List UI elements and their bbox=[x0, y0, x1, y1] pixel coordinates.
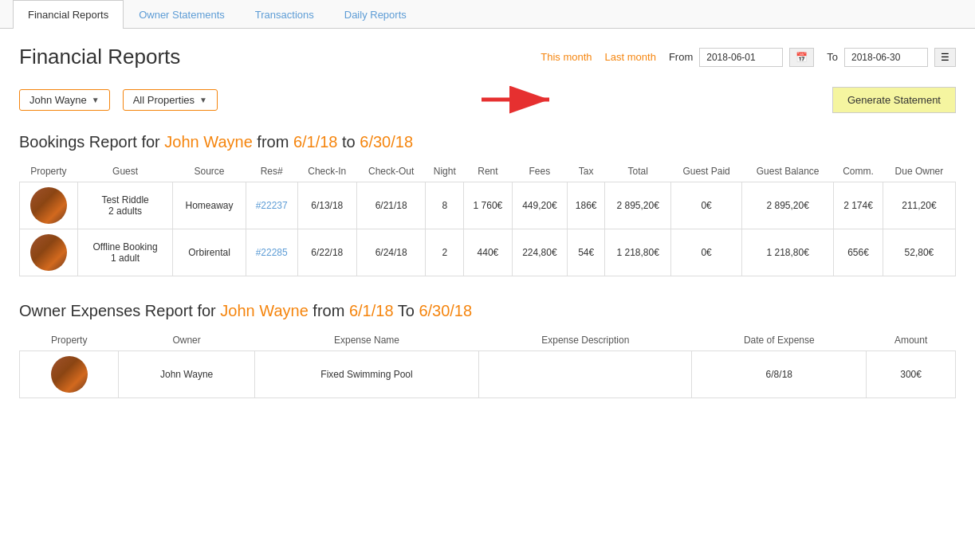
cell-night: 8 bbox=[426, 182, 464, 229]
header-row: Financial Reports This month Last month … bbox=[19, 45, 956, 69]
col-night: Night bbox=[426, 161, 464, 182]
res-link[interactable]: #22237 bbox=[256, 200, 288, 211]
col-checkin: Check-In bbox=[297, 161, 356, 182]
col-guest: Guest bbox=[77, 161, 172, 182]
cell-fees: 224,80€ bbox=[512, 229, 567, 276]
cell-rent: 440€ bbox=[464, 229, 513, 276]
arrow-svg bbox=[482, 85, 561, 114]
cell-fees: 449,20€ bbox=[512, 182, 567, 229]
cell-source: Orbirental bbox=[173, 229, 246, 276]
cell-res: #22237 bbox=[246, 182, 297, 229]
cell-owner: John Wayne bbox=[119, 351, 254, 398]
cell-tax: 186€ bbox=[568, 182, 605, 229]
col-guest-balance: Guest Balance bbox=[742, 161, 834, 182]
expenses-table-header: Property Owner Expense Name Expense Desc… bbox=[20, 330, 956, 351]
expenses-table: Property Owner Expense Name Expense Desc… bbox=[19, 330, 956, 398]
to-date-group: To ☰ bbox=[827, 48, 956, 67]
cell-due-owner: 52,80€ bbox=[883, 229, 955, 276]
date-filter-group: This month Last month From 📅 To ☰ bbox=[541, 48, 956, 67]
col-tax: Tax bbox=[568, 161, 605, 182]
col-amount: Amount bbox=[867, 330, 956, 351]
cell-comm: 2 174€ bbox=[834, 182, 883, 229]
cell-checkout: 6/24/18 bbox=[356, 229, 426, 276]
cell-expense-name: Fixed Swimming Pool bbox=[254, 351, 478, 398]
cell-guest-paid: 0€ bbox=[670, 229, 741, 276]
cell-property bbox=[20, 351, 119, 398]
cell-total: 1 218,80€ bbox=[605, 229, 671, 276]
cell-amount: 300€ bbox=[867, 351, 956, 398]
cell-source: Homeaway bbox=[173, 182, 246, 229]
to-label: To bbox=[827, 51, 838, 63]
from-calendar-icon[interactable]: 📅 bbox=[789, 48, 814, 67]
this-month-link[interactable]: This month bbox=[541, 51, 592, 63]
col-source: Source bbox=[173, 161, 246, 182]
arrow-indicator bbox=[482, 85, 561, 114]
col-guest-paid: Guest Paid bbox=[670, 161, 741, 182]
to-date-input[interactable] bbox=[844, 48, 928, 67]
cell-property bbox=[20, 182, 78, 229]
tab-owner-statements[interactable]: Owner Statements bbox=[124, 0, 240, 29]
table-row: John Wayne Fixed Swimming Pool 6/8/18 30… bbox=[20, 351, 956, 398]
tab-financial-reports[interactable]: Financial Reports bbox=[13, 0, 124, 29]
expenses-report-title: Owner Expenses Report for John Wayne fro… bbox=[19, 302, 956, 320]
col-checkout: Check-Out bbox=[356, 161, 426, 182]
owner-select-arrow: ▼ bbox=[92, 96, 100, 104]
cell-rent: 1 760€ bbox=[464, 182, 513, 229]
tabs-bar: Financial Reports Owner Statements Trans… bbox=[0, 0, 975, 29]
res-link[interactable]: #22285 bbox=[256, 247, 288, 258]
col-res: Res# bbox=[246, 161, 297, 182]
col-rent: Rent bbox=[464, 161, 513, 182]
table-row: Offline Booking1 adult Orbirental #22285… bbox=[20, 229, 956, 276]
cell-res: #22285 bbox=[246, 229, 297, 276]
col-total: Total bbox=[605, 161, 671, 182]
col-fees: Fees bbox=[512, 161, 567, 182]
bookings-table: Property Guest Source Res# Check-In Chec… bbox=[19, 161, 956, 276]
tab-transactions[interactable]: Transactions bbox=[240, 0, 329, 29]
controls-row: John Wayne ▼ All Properties ▼ Generate S… bbox=[19, 85, 956, 114]
cell-guest: Test Riddle2 adults bbox=[77, 182, 172, 229]
cell-expense-desc bbox=[479, 351, 692, 398]
bookings-report-title: Bookings Report for John Wayne from 6/1/… bbox=[19, 133, 956, 151]
cell-property bbox=[20, 229, 78, 276]
property-select-arrow: ▼ bbox=[199, 96, 207, 104]
cell-night: 2 bbox=[426, 229, 464, 276]
cell-guest-balance: 2 895,20€ bbox=[742, 182, 834, 229]
cell-total: 2 895,20€ bbox=[605, 182, 671, 229]
bookings-table-header: Property Guest Source Res# Check-In Chec… bbox=[20, 161, 956, 182]
page-title: Financial Reports bbox=[19, 45, 180, 69]
cell-comm: 656€ bbox=[834, 229, 883, 276]
cell-tax: 54€ bbox=[568, 229, 605, 276]
from-date-input[interactable] bbox=[699, 48, 783, 67]
cell-date-expense: 6/8/18 bbox=[692, 351, 867, 398]
last-month-link[interactable]: Last month bbox=[605, 51, 656, 63]
generate-statement-button[interactable]: Generate Statement bbox=[832, 87, 956, 113]
col-date-expense: Date of Expense bbox=[692, 330, 867, 351]
tab-daily-reports[interactable]: Daily Reports bbox=[329, 0, 422, 29]
col-due-owner: Due Owner bbox=[883, 161, 955, 182]
cell-due-owner: 211,20€ bbox=[883, 182, 955, 229]
cell-checkin: 6/22/18 bbox=[297, 229, 356, 276]
property-select[interactable]: All Properties ▼ bbox=[123, 89, 218, 111]
col-comm: Comm. bbox=[834, 161, 883, 182]
to-calendar-icon[interactable]: ☰ bbox=[934, 48, 956, 67]
owner-select[interactable]: John Wayne ▼ bbox=[19, 89, 110, 111]
cell-checkout: 6/21/18 bbox=[356, 182, 426, 229]
from-label: From bbox=[669, 51, 693, 63]
col-expense-desc: Expense Description bbox=[479, 330, 692, 351]
cell-checkin: 6/13/18 bbox=[297, 182, 356, 229]
col-property: Property bbox=[20, 161, 78, 182]
from-date-group: From 📅 bbox=[669, 48, 814, 67]
col-property: Property bbox=[20, 330, 119, 351]
col-owner: Owner bbox=[119, 330, 254, 351]
cell-guest-balance: 1 218,80€ bbox=[742, 229, 834, 276]
table-row: Test Riddle2 adults Homeaway #22237 6/13… bbox=[20, 182, 956, 229]
cell-guest-paid: 0€ bbox=[670, 182, 741, 229]
col-expense-name: Expense Name bbox=[254, 330, 478, 351]
cell-guest: Offline Booking1 adult bbox=[77, 229, 172, 276]
